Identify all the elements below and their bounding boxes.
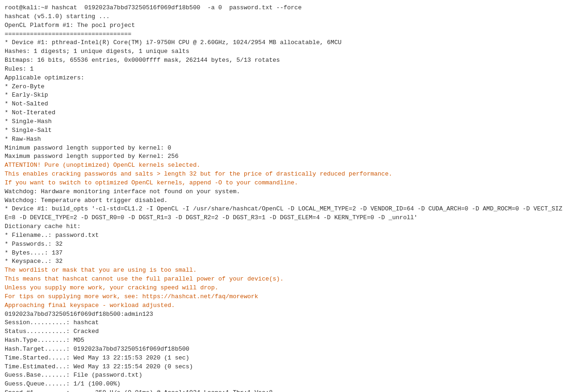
terminal-line: * Device #1: build_opts '-cl-std=CL1.2 -…: [5, 205, 573, 222]
terminal-line: Guess.Base.......: File (password.txt): [5, 371, 573, 380]
terminal-line: Guess.Queue......: 1/1 (100.00%): [5, 380, 573, 389]
terminal-line: * Early-Skip: [5, 91, 573, 100]
terminal-line: Applicable optimizers:: [5, 74, 573, 83]
terminal-line: * Single-Hash: [5, 118, 573, 126]
terminal-line: * Bytes....: 137: [5, 249, 573, 258]
terminal-line: Status...........: Cracked: [5, 327, 573, 336]
terminal-line: * Not-Iterated: [5, 109, 573, 118]
terminal-line: Hash.Type........: MD5: [5, 336, 573, 345]
terminal-line: Minimum password length supported by ker…: [5, 144, 573, 153]
terminal-line: Dictionary cache hit:: [5, 222, 573, 231]
terminal-line: This enables cracking passwords and salt…: [5, 170, 573, 179]
terminal-line: * Single-Salt: [5, 126, 573, 135]
terminal-line: Time.Estimated...: Wed May 13 22:15:54 2…: [5, 363, 573, 372]
terminal-line: Bitmaps: 16 bits, 65536 entries, 0x0000f…: [5, 56, 573, 65]
terminal-line: * Keyspace..: 32: [5, 257, 573, 266]
terminal-line: 0192023a7bbd73250516f069df18b500:admin12…: [5, 310, 573, 319]
terminal-line: Watchdog: Hardware monitoring interface …: [5, 188, 573, 196]
terminal-line: Rules: 1: [5, 65, 573, 74]
terminal-window: root@kali:~# hashcat 0192023a7bbd7325051…: [0, 0, 578, 392]
terminal-line: Watchdog: Temperature abort trigger disa…: [5, 196, 573, 205]
terminal-line: If you want to switch to optimized OpenC…: [5, 179, 573, 188]
terminal-line: ATTENTION! Pure (unoptimized) OpenCL ker…: [5, 161, 573, 170]
terminal-line: ===================================: [5, 30, 573, 39]
terminal-line: Approaching final keyspace - workload ad…: [5, 301, 573, 310]
terminal-line: OpenCL Platform #1: The pocl project: [5, 21, 573, 30]
terminal-line: Speed.#1.........: 259 H/s (0.01ms) @ Ac…: [5, 389, 573, 392]
terminal-line: root@kali:~# hashcat 0192023a7bbd7325051…: [5, 4, 573, 13]
terminal-line: * Raw-Hash: [5, 135, 573, 144]
terminal-line: hashcat (v5.1.0) starting ...: [5, 13, 573, 21]
terminal-line: * Passwords.: 32: [5, 240, 573, 249]
terminal-line: Session..........: hashcat: [5, 319, 573, 327]
terminal-line: The wordlist or mask that you are using …: [5, 266, 573, 275]
terminal-line: Hash.Target......: 0192023a7bbd73250516f…: [5, 345, 573, 354]
terminal-line: * Zero-Byte: [5, 83, 573, 91]
terminal-line: For tips on supplying more work, see: ht…: [5, 293, 573, 301]
terminal-line: Hashes: 1 digests; 1 unique digests, 1 u…: [5, 47, 573, 56]
terminal-line: * Filename..: password.txt: [5, 231, 573, 240]
terminal-line: * Device #1: pthread-Intel(R) Core(TM) i…: [5, 39, 573, 47]
terminal-line: Time.Started.....: Wed May 13 22:15:53 2…: [5, 354, 573, 363]
terminal-line: Unless you supply more work, your cracki…: [5, 284, 573, 293]
terminal-line: * Not-Salted: [5, 100, 573, 109]
terminal-line: Maximum password length supported by Ker…: [5, 152, 573, 161]
terminal-line: This means that hashcat cannot use the f…: [5, 275, 573, 284]
